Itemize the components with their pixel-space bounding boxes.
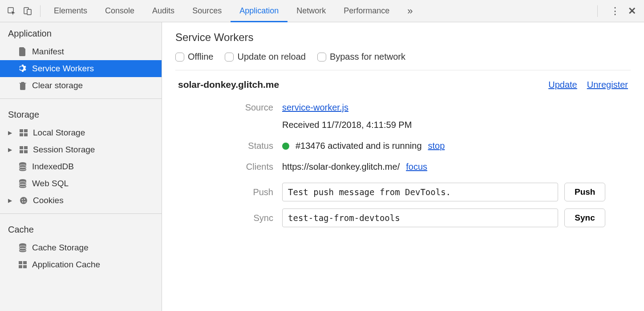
inspect-element-icon[interactable] [4,3,20,19]
client-url: https://solar-donkey.glitch.me/ [282,162,400,172]
tab-performance[interactable]: Performance [335,0,398,22]
sw-header-row: solar-donkey.glitch.me Update Unregister [175,79,631,90]
sync-row: Sync Sync [175,209,631,227]
grid-icon [19,146,28,153]
status-label: Status [175,141,273,151]
tab-elements[interactable]: Elements [45,0,96,22]
bypass-checkbox[interactable]: Bypass for network [317,52,405,62]
unregister-link[interactable]: Unregister [587,80,628,90]
sync-label: Sync [175,213,273,223]
section-title-storage: Storage [0,103,162,124]
section-title-cache: Cache [0,218,162,239]
grid-icon [19,129,28,136]
status-text: #13476 activated and is running [296,141,422,151]
checkbox-label: Update on reload [237,52,305,62]
tab-audits[interactable]: Audits [143,0,183,22]
gear-icon [18,64,28,73]
sidebar-section-cache: Cache Cache Storage Application Cache [0,218,162,273]
tab-application[interactable]: Application [231,0,288,22]
focus-link[interactable]: focus [406,162,427,172]
push-button[interactable]: Push [564,183,605,201]
grid-icon [18,261,28,268]
trash-icon [18,81,28,90]
update-link[interactable]: Update [548,80,577,90]
status-dot-icon [282,143,289,150]
sidebar-item-label: Manifest [32,47,64,57]
sidebar-item-label: IndexedDB [32,162,74,172]
chevron-right-icon: ▶ [8,130,14,136]
svg-point-3 [19,162,26,165]
tabs-overflow-icon[interactable]: » [398,0,421,22]
sync-button[interactable]: Sync [564,209,605,227]
push-input[interactable] [282,183,558,201]
sidebar-divider [0,98,162,99]
update-on-reload-checkbox[interactable]: Update on reload [225,52,305,62]
sidebar-section-application: Application Manifest Service Workers Cle… [0,22,162,94]
push-label: Push [175,187,273,197]
sidebar-item-label: Clear storage [32,81,83,90]
clients-label: Clients [175,162,273,172]
sidebar-item-label: Cookies [33,196,64,205]
sidebar-item-cache-storage[interactable]: Cache Storage [0,239,162,256]
svg-point-10 [22,199,23,201]
tab-network[interactable]: Network [288,0,335,22]
sidebar-item-clear-storage[interactable]: Clear storage [0,77,162,94]
database-icon [18,179,28,188]
chevron-right-icon: ▶ [8,197,14,204]
sidebar-item-local-storage[interactable]: ▶ Local Storage [0,124,162,141]
svg-point-13 [22,201,24,203]
source-row: Source service-worker.js [175,102,631,113]
svg-point-11 [24,199,25,200]
panel-title: Service Workers [175,31,631,44]
section-title-application: Application [0,22,162,43]
sw-header-actions: Update Unregister [548,80,628,90]
checkbox-box [317,53,326,61]
sidebar-item-service-workers[interactable]: Service Workers [0,60,162,77]
sidebar-item-application-cache[interactable]: Application Cache [0,256,162,273]
database-icon [18,162,28,171]
checkbox-label: Offline [188,52,213,62]
checkbox-box [225,53,234,61]
toggle-device-icon[interactable] [20,3,36,19]
tabbar-divider-right [597,5,598,17]
cookie-icon [19,196,28,205]
close-icon[interactable]: ✕ [628,5,636,17]
clients-row: Clients https://solar-donkey.glitch.me/ … [175,162,631,172]
source-label: Source [175,102,273,113]
sidebar-item-cookies[interactable]: ▶ Cookies [0,192,162,209]
chevron-right-icon: ▶ [8,147,14,153]
tab-console[interactable]: Console [96,0,143,22]
received-row: Received 11/7/2018, 4:11:59 PM [175,120,631,130]
svg-rect-2 [27,9,31,15]
svg-point-9 [20,197,27,204]
checkbox-box [175,53,184,61]
sidebar-item-manifest[interactable]: Manifest [0,43,162,60]
sidebar-item-label: Application Cache [32,260,100,270]
sidebar-item-label: Service Workers [32,64,94,74]
devtools-tabbar: Elements Console Audits Sources Applicat… [0,0,644,22]
checkbox-label: Bypass for network [330,52,405,62]
stop-link[interactable]: stop [428,141,445,151]
tabbar-divider [40,5,41,17]
sync-input[interactable] [282,209,558,227]
sidebar-item-label: Cache Storage [32,243,89,253]
svg-point-12 [24,201,26,203]
offline-checkbox[interactable]: Offline [175,52,213,62]
application-sidebar: Application Manifest Service Workers Cle… [0,22,162,311]
svg-point-14 [19,243,26,246]
sidebar-divider [0,213,162,214]
sidebar-item-session-storage[interactable]: ▶ Session Storage [0,141,162,158]
sidebar-item-label: Session Storage [33,145,95,155]
kebab-menu-icon[interactable]: ⋮ [610,5,620,17]
status-row: Status #13476 activated and is running s… [175,141,631,151]
sidebar-item-label: Local Storage [33,128,85,138]
source-file-link[interactable]: service-worker.js [282,102,348,113]
received-text: Received 11/7/2018, 4:11:59 PM [282,120,412,130]
svg-point-6 [19,179,26,182]
document-icon [18,47,28,56]
tab-sources[interactable]: Sources [183,0,231,22]
sidebar-item-indexeddb[interactable]: IndexedDB [0,158,162,175]
sidebar-item-websql[interactable]: Web SQL [0,175,162,192]
sidebar-item-label: Web SQL [32,179,69,188]
database-icon [18,243,28,252]
